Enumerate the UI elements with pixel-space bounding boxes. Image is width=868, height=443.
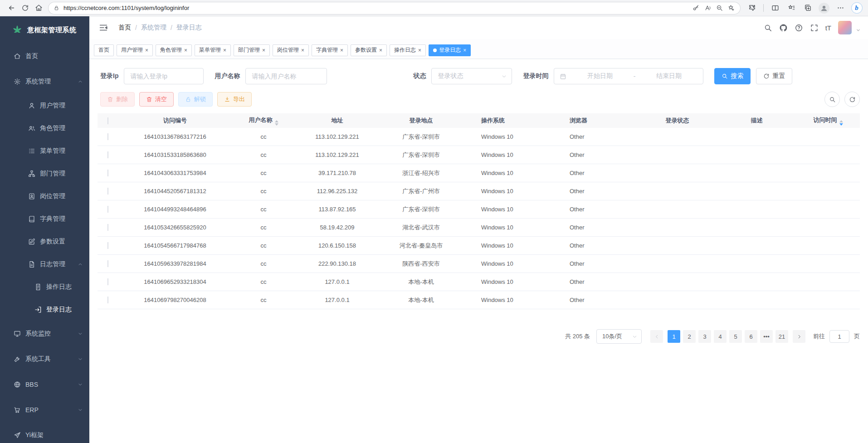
sidebar-item[interactable]: 部门管理 — [0, 162, 89, 185]
goto-page-input[interactable] — [829, 330, 849, 343]
sidebar-item[interactable]: 系统工具 — [0, 346, 89, 372]
row-checkbox[interactable] — [107, 188, 108, 195]
sidebar-item[interactable]: 日志管理 — [0, 253, 89, 276]
breadcrumb-system[interactable]: 系统管理 — [141, 24, 166, 32]
clear-button[interactable]: 清空 — [139, 92, 174, 107]
start-date-input[interactable]: 开始日期 — [571, 72, 629, 80]
page-button[interactable]: 6 — [745, 330, 757, 343]
close-tab-icon[interactable]: × — [379, 48, 382, 53]
address-bar[interactable]: https://ccnetcore.com:1101/system/log/lo… — [48, 2, 741, 15]
row-checkbox[interactable] — [107, 151, 108, 158]
sidebar-item[interactable]: 字典管理 — [0, 208, 89, 230]
view-tab[interactable]: 菜单管理 × — [195, 44, 231, 56]
column-header-user[interactable]: 用户名称 — [232, 116, 295, 126]
select-all-checkbox[interactable] — [107, 117, 108, 124]
more-button[interactable] — [834, 2, 847, 15]
avatar[interactable] — [838, 21, 852, 34]
sidebar-item[interactable]: 菜单管理 — [0, 140, 89, 162]
username-input[interactable] — [245, 68, 327, 84]
close-tab-icon[interactable]: × — [301, 48, 304, 53]
search-button[interactable]: 搜索 — [714, 68, 751, 84]
back-button[interactable] — [5, 2, 18, 15]
row-checkbox[interactable] — [107, 297, 108, 303]
sidebar-item[interactable]: ERP — [0, 397, 89, 423]
sidebar-item[interactable]: 系统管理 — [0, 69, 89, 94]
view-tab[interactable]: 操作日志 × — [390, 44, 426, 56]
help-icon[interactable] — [795, 24, 803, 32]
font-size-button[interactable]: tT — [825, 24, 831, 32]
row-checkbox[interactable] — [107, 206, 108, 213]
sidebar-item[interactable]: 登录日志 — [0, 298, 89, 321]
sidebar-item[interactable]: 操作日志 — [0, 276, 89, 298]
refresh-table-button[interactable] — [844, 92, 860, 107]
date-range-picker[interactable]: 开始日期 - 结束日期 — [554, 68, 703, 84]
close-tab-icon[interactable]: × — [145, 48, 148, 53]
page-button[interactable]: 1 — [668, 330, 680, 343]
search-icon[interactable] — [764, 24, 772, 32]
favorites-button[interactable] — [785, 2, 798, 15]
close-tab-icon[interactable]: × — [418, 48, 421, 53]
fullscreen-icon[interactable] — [810, 24, 819, 32]
next-page-button[interactable] — [793, 330, 805, 343]
reset-button[interactable]: 重置 — [756, 68, 792, 84]
chevron-down-icon[interactable] — [856, 28, 861, 33]
profile-button[interactable] — [817, 2, 831, 15]
breadcrumb-home[interactable]: 首页 — [118, 24, 131, 32]
app-logo[interactable]: 意框架管理系统 — [0, 16, 89, 44]
row-checkbox[interactable] — [107, 260, 108, 267]
close-tab-icon[interactable]: × — [340, 48, 343, 53]
column-header-time[interactable]: 访问时间 — [796, 116, 860, 126]
view-tab[interactable]: 岗位管理 × — [273, 44, 309, 56]
collapse-sidebar-button[interactable] — [98, 23, 108, 33]
row-checkbox[interactable] — [107, 278, 108, 285]
read-aloud-button[interactable] — [702, 3, 713, 14]
page-button[interactable]: 4 — [714, 330, 727, 343]
page-button[interactable]: 5 — [729, 330, 742, 343]
sidebar-item[interactable]: 系统监控 — [0, 321, 89, 346]
view-tab[interactable]: 首页 — [94, 44, 114, 56]
sidebar-item[interactable]: 参数设置 — [0, 230, 89, 253]
close-tab-icon[interactable]: × — [223, 48, 226, 53]
more-pages-button[interactable]: ••• — [760, 330, 773, 343]
page-size-select[interactable]: 10条/页 — [596, 329, 642, 344]
view-tab[interactable]: 角色管理 × — [156, 44, 192, 56]
close-tab-icon[interactable]: × — [184, 48, 187, 53]
close-tab-icon[interactable]: × — [463, 48, 466, 53]
sidebar-item[interactable]: Yi框架 — [0, 423, 89, 443]
bing-button[interactable]: b — [850, 2, 863, 15]
unlock-button[interactable]: 解锁 — [178, 92, 213, 107]
end-date-input[interactable]: 结束日期 — [640, 72, 697, 80]
sidebar-item[interactable]: 岗位管理 — [0, 185, 89, 208]
row-checkbox[interactable] — [107, 224, 108, 231]
toggle-search-button[interactable] — [824, 92, 840, 107]
page-button[interactable]: 3 — [698, 330, 711, 343]
row-checkbox[interactable] — [107, 170, 108, 176]
ip-input[interactable] — [124, 68, 204, 84]
sidebar-item[interactable]: BBS — [0, 372, 89, 397]
view-tab[interactable]: 登录日志 × — [429, 44, 471, 56]
collections-button[interactable] — [801, 2, 814, 15]
status-select[interactable]: 登录状态 — [431, 68, 512, 84]
view-tab[interactable]: 参数设置 × — [351, 44, 387, 56]
sidebar-item[interactable]: 角色管理 — [0, 117, 89, 140]
sidebar-item[interactable]: 用户管理 — [0, 94, 89, 117]
row-checkbox[interactable] — [107, 133, 108, 140]
sidebar-item[interactable]: 首页 — [0, 44, 89, 69]
split-screen-button[interactable] — [768, 2, 782, 15]
view-tab[interactable]: 部门管理 × — [234, 44, 270, 56]
home-button[interactable] — [32, 2, 45, 15]
page-button[interactable]: 21 — [775, 330, 788, 343]
view-tab[interactable]: 用户管理 × — [117, 44, 153, 56]
delete-button[interactable]: 删除 — [100, 92, 135, 107]
add-favorite-button[interactable] — [725, 3, 737, 14]
github-icon[interactable] — [779, 24, 788, 32]
close-tab-icon[interactable]: × — [262, 48, 265, 53]
view-tab[interactable]: 字典管理 × — [312, 44, 348, 56]
page-button[interactable]: 2 — [683, 330, 696, 343]
row-checkbox[interactable] — [107, 242, 108, 249]
export-button[interactable]: 导出 — [217, 92, 252, 107]
prev-page-button[interactable] — [650, 330, 663, 343]
key-button[interactable] — [690, 3, 702, 14]
zoom-out-button[interactable] — [713, 3, 725, 14]
sort-icon[interactable] — [275, 120, 278, 126]
